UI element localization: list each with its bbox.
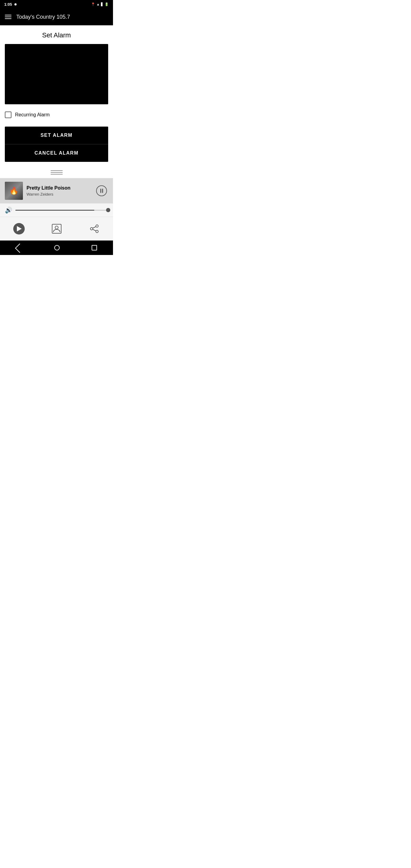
track-artist: Warren Zeiders bbox=[27, 192, 91, 196]
volume-slider[interactable] bbox=[15, 210, 108, 211]
time-picker-display[interactable] bbox=[5, 44, 108, 104]
pause-bar-left bbox=[100, 189, 101, 193]
status-left: 1:05 ⏺ bbox=[4, 2, 17, 7]
location-icon: 📍 bbox=[91, 2, 95, 6]
recurring-alarm-row: Recurring Alarm bbox=[5, 110, 108, 119]
player-bar: 🔥 Pretty Little Poison Warren Zeiders bbox=[0, 178, 113, 204]
volume-slider-fill bbox=[15, 210, 94, 211]
volume-thumb bbox=[106, 208, 110, 212]
pause-bar-right bbox=[102, 189, 103, 193]
svg-point-3 bbox=[90, 227, 93, 230]
svg-point-2 bbox=[96, 225, 98, 227]
album-art[interactable]: 🔥 bbox=[5, 182, 23, 200]
app-title: Today's Country 105.7 bbox=[16, 14, 108, 20]
volume-row: 🔊 bbox=[0, 204, 113, 217]
play-button[interactable] bbox=[11, 221, 27, 237]
wifi-icon: ▲ bbox=[96, 2, 100, 6]
recent-button[interactable] bbox=[89, 243, 99, 253]
system-nav bbox=[0, 241, 113, 255]
volume-icon: 🔊 bbox=[5, 207, 12, 214]
app-bar: Today's Country 105.7 bbox=[0, 8, 113, 25]
recurring-alarm-label: Recurring Alarm bbox=[15, 112, 50, 118]
contact-button[interactable] bbox=[49, 221, 65, 237]
pause-button[interactable] bbox=[95, 184, 108, 197]
bottom-controls bbox=[0, 217, 113, 241]
drag-handle-line-1 bbox=[51, 170, 63, 171]
drag-handle bbox=[5, 168, 108, 177]
status-bar: 1:05 ⏺ 📍 ▲ ▋ 🔋 bbox=[0, 0, 113, 8]
signal-icon: ▋ bbox=[101, 2, 103, 6]
svg-line-5 bbox=[93, 227, 96, 228]
drag-handle-line-3 bbox=[51, 174, 63, 175]
status-right: 📍 ▲ ▋ 🔋 bbox=[91, 2, 109, 6]
back-button[interactable] bbox=[13, 242, 25, 253]
menu-icon[interactable] bbox=[5, 15, 11, 19]
svg-point-1 bbox=[55, 226, 58, 229]
battery-icon: 🔋 bbox=[104, 2, 109, 6]
main-content: Set Alarm Recurring Alarm SET ALARM CANC… bbox=[0, 25, 113, 178]
play-triangle bbox=[17, 226, 22, 231]
contact-icon bbox=[51, 223, 62, 235]
track-info: Pretty Little Poison Warren Zeiders bbox=[27, 185, 91, 196]
share-button[interactable] bbox=[86, 221, 102, 237]
record-icon: ⏺ bbox=[14, 2, 17, 6]
alarm-buttons-container: SET ALARM CANCEL ALARM bbox=[5, 127, 108, 162]
page-title: Set Alarm bbox=[5, 31, 108, 39]
svg-line-6 bbox=[93, 229, 96, 231]
drag-handle-line-2 bbox=[51, 172, 63, 173]
album-art-image: 🔥 bbox=[5, 182, 23, 200]
set-alarm-button[interactable]: SET ALARM bbox=[5, 127, 108, 144]
recurring-alarm-checkbox[interactable] bbox=[5, 112, 11, 118]
status-time: 1:05 bbox=[4, 2, 12, 7]
track-title: Pretty Little Poison bbox=[27, 185, 91, 191]
recent-icon bbox=[92, 245, 97, 250]
svg-point-4 bbox=[96, 230, 98, 233]
back-icon bbox=[15, 244, 24, 253]
home-icon bbox=[54, 245, 60, 250]
home-button[interactable] bbox=[52, 243, 62, 253]
pause-icon bbox=[96, 185, 107, 196]
cancel-alarm-button[interactable]: CANCEL ALARM bbox=[5, 144, 108, 162]
play-icon bbox=[13, 223, 25, 235]
share-icon bbox=[89, 223, 100, 235]
